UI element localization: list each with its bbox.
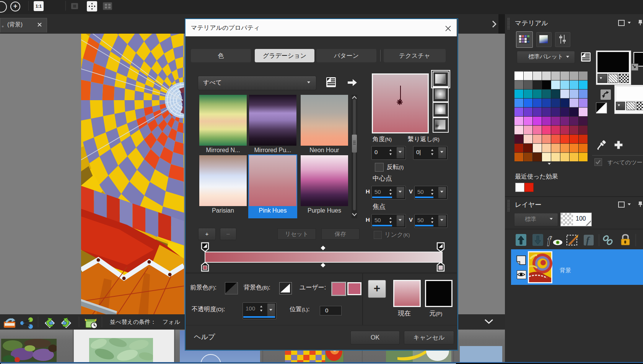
svg-text:f: f bbox=[547, 234, 552, 246]
